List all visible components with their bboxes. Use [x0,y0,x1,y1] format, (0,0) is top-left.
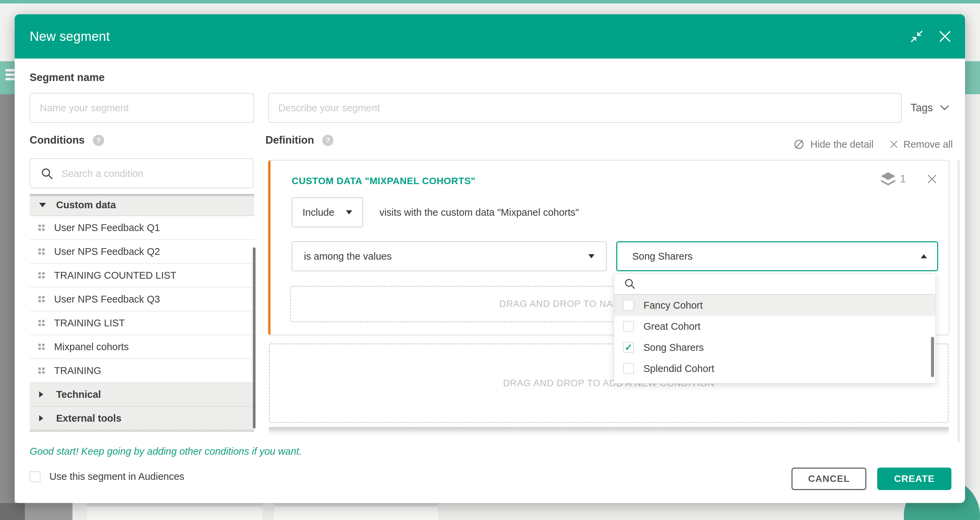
segment-name-input[interactable] [30,93,254,123]
modal-header: New segment [14,14,965,59]
condition-item[interactable]: TRAINING [30,359,254,383]
segment-name-label: Segment name [30,72,105,84]
drag-handle-icon [38,296,45,302]
dropdown-search[interactable] [614,274,935,295]
drag-handle-icon [38,248,45,254]
condition-group-label: Technical [56,389,101,400]
screen: New segment Segment name Tags [0,0,980,520]
checkbox-unchecked[interactable] [623,300,634,311]
checkbox-checked[interactable]: ✓ [623,342,634,353]
search-icon [40,167,54,181]
check-icon: ✓ [625,343,633,352]
triangle-collapsed-icon [39,391,43,398]
chevron-down-icon [940,105,949,111]
triangle-collapsed-icon [39,415,43,421]
background-bottom-dark [0,503,25,520]
condition-item[interactable]: TRAINING COUNTED LIST [30,264,254,288]
drag-handle-icon [38,367,45,374]
horizontal-scrollbar[interactable] [269,427,949,435]
background-card-1 [87,503,262,520]
drag-handle-icon [38,272,45,278]
remove-all-button[interactable]: Remove all [890,139,953,150]
dropdown-scrollbar[interactable] [931,337,934,377]
condition-card-title: CUSTOM DATA "MIXPANEL COHORTS" [292,176,476,186]
eye-slash-icon [793,138,805,150]
condition-group-custom-data[interactable]: Custom data [30,195,254,216]
drag-handle-icon [38,224,45,231]
condition-group-external-tools[interactable]: External tools [30,407,254,431]
cancel-button[interactable]: CANCEL [791,468,866,490]
help-icon[interactable]: ? [322,135,334,146]
condition-search-input[interactable] [61,160,246,188]
segment-description-input[interactable] [268,93,902,123]
condition-item[interactable]: User NPS Feedback Q1 [30,216,254,240]
operator-select[interactable]: is among the values [292,241,607,271]
triangle-down-icon [588,254,595,258]
condition-item[interactable]: User NPS Feedback Q3 [30,288,254,312]
search-icon [624,278,637,291]
condition-item[interactable]: User NPS Feedback Q2 [30,240,254,264]
tags-label: Tags [911,102,933,114]
conditions-list: Custom data User NPS Feedback Q1 User NP… [30,195,254,432]
condition-group-label: Custom data [56,199,116,211]
background-card-2 [274,503,438,520]
conditions-heading-label: Conditions [30,134,85,146]
dropdown-option[interactable]: Great Cohort [614,316,935,337]
hide-detail-button[interactable]: Hide the detail [793,138,873,150]
background-bottom-mid [25,503,73,520]
condition-item[interactable]: TRAINING LIST [30,312,254,335]
tags-dropdown[interactable]: Tags [911,100,949,116]
values-select[interactable]: Song Sharers [616,241,938,271]
drag-handle-icon [38,320,45,326]
definition-heading-label: Definition [266,134,314,146]
checkbox-unchecked[interactable] [623,363,634,374]
dropdown-option[interactable]: ✓ Song Sharers [614,337,935,358]
new-segment-modal: New segment Segment name Tags [14,14,965,503]
condition-description: visits with the custom data "Mixpanel co… [379,197,579,227]
definition-actions: Hide the detail Remove all [793,138,953,150]
modal-title: New segment [30,29,110,44]
conditions-heading: Conditions ? [30,134,104,146]
close-icon[interactable] [939,30,951,43]
definition-heading: Definition ? [266,134,334,146]
layers-icon [881,172,895,186]
audiences-checkbox[interactable] [30,471,40,482]
include-select[interactable]: Include [292,197,363,227]
audiences-checkbox-label: Use this segment in Audiences [49,471,185,482]
triangle-expanded-icon [39,203,46,207]
dropdown-option[interactable]: Splendid Cohort [614,358,935,379]
condition-group-label: External tools [56,413,121,424]
definition-scroll-track[interactable] [957,160,960,442]
help-icon[interactable]: ? [93,135,104,146]
collapse-icon[interactable] [911,30,923,43]
progress-hint: Good start! Keep going by adding other c… [30,446,302,457]
triangle-down-icon [346,210,352,215]
background-left [0,94,14,520]
background-right [965,94,980,520]
drag-handle-icon [38,344,45,350]
layer-count: 1 [900,173,906,185]
condition-item[interactable]: Mixpanel cohorts [30,335,254,359]
hamburger-menu-icon [5,69,16,80]
condition-group-technical[interactable]: Technical [30,383,254,407]
audiences-checkbox-row[interactable]: Use this segment in Audiences [30,471,185,482]
condition-close-icon[interactable] [927,174,937,184]
background-topbar [0,0,980,3]
create-button[interactable]: CREATE [877,468,951,490]
condition-search[interactable] [30,158,253,188]
conditions-scrollbar[interactable] [253,247,256,428]
dropdown-option[interactable]: Fancy Cohort [614,295,935,316]
x-icon [890,140,898,148]
triangle-up-icon [921,254,927,258]
condition-card-tools: 1 [881,172,937,186]
checkbox-unchecked[interactable] [623,321,634,332]
values-dropdown-panel: Fancy Cohort Great Cohort ✓ Song Sharers… [614,273,936,383]
